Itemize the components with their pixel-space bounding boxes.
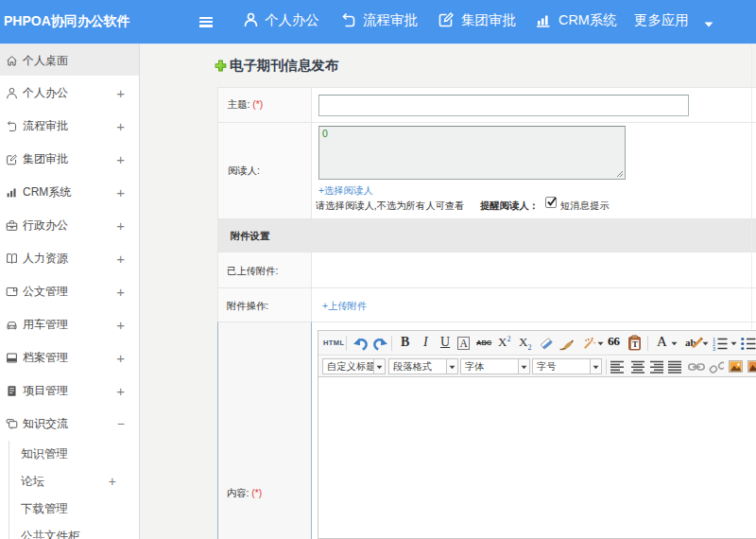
svg-text:T: T	[632, 339, 638, 349]
svg-text:3: 3	[713, 346, 715, 352]
